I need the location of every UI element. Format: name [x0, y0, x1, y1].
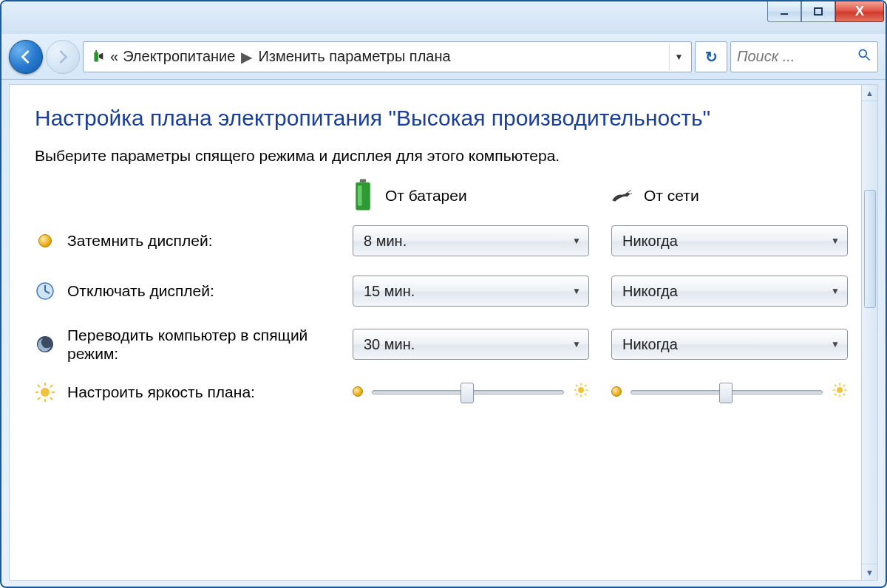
scroll-thumb[interactable] — [864, 190, 876, 308]
back-button[interactable] — [9, 40, 43, 74]
display-off-icon — [35, 281, 55, 301]
svg-line-24 — [38, 397, 40, 400]
row-sleep-text: Переводить компьютер в спящий режим: — [67, 326, 311, 363]
scroll-down-button[interactable]: ▼ — [862, 564, 877, 580]
svg-line-32 — [585, 385, 586, 386]
refresh-icon: ↻ — [705, 48, 718, 66]
slider-track[interactable] — [372, 390, 564, 394]
brightness-min-icon — [611, 385, 622, 400]
forward-button — [46, 40, 80, 74]
row-dim-text: Затемнить дисплей: — [67, 232, 212, 250]
svg-point-25 — [578, 387, 584, 393]
close-button[interactable]: X — [835, 1, 884, 22]
svg-rect-0 — [781, 13, 788, 15]
search-box[interactable]: Поиск ... — [730, 41, 878, 72]
scroll-up-button[interactable]: ▲ — [862, 85, 877, 101]
slider-track[interactable] — [631, 390, 823, 394]
svg-line-10 — [628, 190, 631, 192]
brightness-min-icon — [353, 385, 363, 400]
search-icon — [857, 47, 871, 66]
window: X « Электропитание ▶ Изменить параметры … — [0, 0, 887, 588]
brightness-plugged-slider[interactable] — [611, 382, 848, 403]
page-subtitle: Выберите параметры спящего режима и дисп… — [35, 147, 839, 165]
chevron-down-icon: ▼ — [572, 286, 581, 296]
plug-icon — [611, 185, 632, 206]
chevron-down-icon: ▼ — [831, 339, 840, 349]
sleep-plugged-select[interactable]: Никогда ▼ — [611, 329, 848, 360]
row-dim-label: Затемнить дисплей: — [35, 230, 338, 251]
svg-rect-1 — [815, 8, 822, 15]
titlebar: X — [1, 1, 886, 34]
breadcrumb-back: « — [110, 48, 118, 65]
column-header-battery: От батареи — [353, 185, 597, 206]
brightness-max-icon — [832, 382, 848, 403]
row-brightness-label: Настроить яркость плана: — [35, 382, 338, 403]
svg-line-31 — [585, 394, 586, 395]
svg-point-4 — [859, 49, 866, 57]
breadcrumb-item-2[interactable]: Изменить параметры плана — [258, 48, 450, 65]
sleep-battery-value: 30 мин. — [364, 336, 415, 353]
vertical-scrollbar[interactable]: ▲ ▼ — [861, 85, 877, 580]
breadcrumb-separator: ▶ — [241, 48, 252, 66]
dim-plugged-value: Никогда — [622, 233, 678, 250]
search-placeholder: Поиск ... — [737, 48, 795, 65]
svg-point-34 — [837, 387, 843, 393]
slider-thumb[interactable] — [461, 383, 474, 403]
display-plugged-select[interactable]: Никогда ▼ — [611, 276, 848, 307]
page-title: Настройка плана электропитания "Высокая … — [35, 106, 839, 131]
svg-line-40 — [843, 394, 845, 395]
row-display-label: Отключать дисплей: — [35, 281, 338, 301]
svg-line-42 — [835, 394, 836, 395]
svg-line-21 — [38, 385, 40, 387]
navbar: « Электропитание ▶ Изменить параметры пл… — [1, 34, 886, 80]
chevron-down-icon: ▼ — [572, 236, 581, 246]
sleep-plugged-value: Никогда — [622, 336, 678, 353]
maximize-button[interactable] — [801, 1, 835, 22]
address-dropdown[interactable]: ▼ — [669, 44, 688, 70]
display-battery-value: 15 мин. — [364, 283, 415, 300]
sleep-icon — [35, 334, 55, 355]
svg-line-39 — [835, 385, 836, 386]
settings-grid: От батареи От сети Затемнить д — [35, 185, 839, 403]
row-display-text: Отключать дисплей: — [67, 282, 214, 300]
content-area: Настройка плана электропитания "Высокая … — [9, 84, 878, 581]
svg-line-22 — [50, 397, 52, 400]
column-header-plugged: От сети — [611, 185, 855, 206]
dim-battery-select[interactable]: 8 мин. ▼ — [353, 225, 589, 256]
svg-rect-2 — [94, 52, 98, 61]
breadcrumb-item-1[interactable]: Электропитание — [123, 48, 235, 65]
column-header-plugged-label: От сети — [644, 187, 699, 205]
svg-point-16 — [41, 388, 50, 397]
brightness-battery-slider[interactable] — [353, 382, 589, 403]
minimize-button[interactable] — [767, 1, 801, 22]
svg-line-11 — [630, 193, 632, 194]
svg-rect-6 — [360, 180, 366, 182]
svg-line-5 — [866, 57, 870, 61]
dim-icon — [35, 230, 55, 251]
dim-battery-value: 8 мин. — [364, 233, 407, 250]
brightness-icon — [35, 382, 55, 403]
column-header-battery-label: От батареи — [385, 187, 467, 205]
slider-thumb[interactable] — [719, 383, 733, 403]
chevron-down-icon: ▼ — [831, 236, 840, 246]
content: Настройка плана электропитания "Высокая … — [10, 85, 861, 580]
svg-line-23 — [50, 385, 52, 387]
battery-icon — [353, 185, 373, 206]
display-plugged-value: Никогда — [622, 283, 678, 300]
svg-line-33 — [576, 394, 577, 395]
chevron-down-icon: ▼ — [831, 286, 840, 296]
window-controls: X — [767, 1, 884, 22]
svg-line-41 — [843, 385, 845, 386]
sleep-battery-select[interactable]: 30 мин. ▼ — [353, 329, 589, 360]
svg-rect-9 — [358, 185, 362, 206]
power-icon — [89, 49, 106, 65]
brightness-max-icon — [573, 382, 589, 403]
svg-rect-3 — [95, 49, 97, 52]
row-sleep-label: Переводить компьютер в спящий режим: — [35, 326, 338, 363]
row-brightness-text: Настроить яркость плана: — [67, 383, 255, 401]
chevron-down-icon: ▼ — [572, 339, 581, 349]
address-bar[interactable]: « Электропитание ▶ Изменить параметры пл… — [83, 41, 692, 72]
refresh-button[interactable]: ↻ — [695, 41, 727, 72]
dim-plugged-select[interactable]: Никогда ▼ — [611, 225, 848, 256]
display-battery-select[interactable]: 15 мин. ▼ — [353, 276, 589, 307]
